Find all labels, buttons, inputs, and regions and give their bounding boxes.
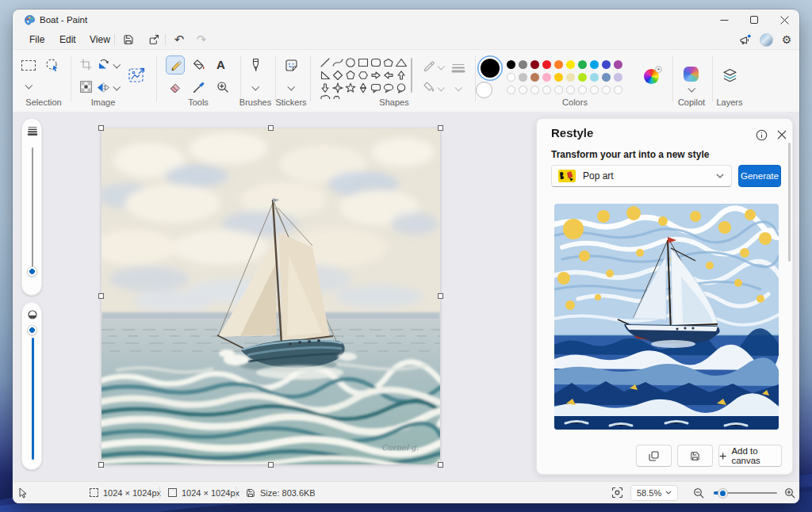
account-avatar[interactable]: [758, 32, 774, 47]
color-swatch[interactable]: [578, 86, 587, 94]
fit-to-screen-button[interactable]: [611, 482, 623, 503]
shape-outline-icon[interactable]: [423, 59, 435, 71]
color-swatch[interactable]: [614, 86, 622, 94]
menu-view[interactable]: View: [82, 32, 117, 48]
generate-button[interactable]: Generate: [738, 165, 781, 187]
rotate-dropdown-chevron[interactable]: [113, 61, 121, 68]
save-icon[interactable]: [121, 32, 136, 47]
color-swatch[interactable]: [542, 73, 551, 82]
color-picker-tool-icon[interactable]: [193, 81, 205, 94]
resize-handle-n[interactable]: [268, 125, 274, 131]
size-slider-thumb[interactable]: [27, 266, 37, 277]
panel-scrollbar[interactable]: [788, 143, 791, 262]
color-swatch[interactable]: [602, 86, 611, 94]
color-swatch[interactable]: [566, 60, 575, 69]
resize-handle-e[interactable]: [438, 293, 443, 299]
undo-icon[interactable]: ↶: [171, 32, 187, 47]
shape-fill-chevron[interactable]: [438, 84, 445, 91]
text-tool-icon[interactable]: A: [216, 58, 225, 71]
color-swatch[interactable]: [530, 73, 539, 82]
shape-outline-chevron[interactable]: [438, 63, 445, 70]
color-swatch[interactable]: [507, 86, 515, 94]
color-swatch[interactable]: [578, 60, 587, 69]
brush-size-slider[interactable]: [21, 118, 42, 296]
resize-handle-ne[interactable]: [438, 125, 443, 131]
background-color-swatch[interactable]: [476, 82, 492, 98]
color-swatch[interactable]: [590, 60, 599, 69]
shapes-grid[interactable]: [319, 56, 408, 99]
selection-dropdown-chevron[interactable]: [25, 82, 33, 89]
color-swatch[interactable]: [590, 73, 599, 82]
copy-result-button[interactable]: [636, 445, 672, 467]
brushes-dropdown-chevron[interactable]: [252, 83, 259, 90]
brushes-icon[interactable]: [249, 58, 262, 73]
canvas-painting[interactable]: Cornel g.: [102, 128, 440, 464]
color-swatch[interactable]: [519, 73, 527, 82]
resize-image-icon[interactable]: [128, 67, 146, 84]
redo-icon[interactable]: ↷: [193, 32, 209, 47]
color-swatch[interactable]: [566, 73, 575, 82]
color-swatch[interactable]: [602, 60, 611, 69]
free-form-select-icon[interactable]: [45, 58, 59, 72]
zoom-in-button[interactable]: [784, 482, 795, 503]
color-swatch[interactable]: [507, 60, 515, 69]
eraser-tool-icon[interactable]: [169, 81, 182, 94]
style-dropdown[interactable]: Pop art: [551, 165, 732, 187]
zoom-out-button[interactable]: [693, 482, 704, 503]
color-swatch[interactable]: [507, 73, 515, 82]
add-to-canvas-button[interactable]: Add to canvas: [718, 445, 782, 467]
close-panel-icon[interactable]: [774, 127, 790, 143]
resize-handle-w[interactable]: [98, 293, 104, 299]
fill-tool-icon[interactable]: [193, 59, 205, 71]
menu-edit[interactable]: Edit: [52, 32, 83, 48]
layers-icon[interactable]: [722, 67, 738, 84]
zoom-slider-thumb[interactable]: [718, 489, 727, 498]
close-button[interactable]: [769, 10, 799, 30]
flip-dropdown-chevron[interactable]: [113, 83, 121, 90]
color-swatch[interactable]: [554, 86, 563, 94]
color-swatch[interactable]: [519, 60, 527, 69]
opacity-slider-thumb[interactable]: [27, 325, 37, 335]
opacity-slider-track[interactable]: [32, 338, 34, 460]
magnifier-tool-icon[interactable]: [216, 81, 229, 94]
rectangle-select-icon[interactable]: [21, 60, 36, 71]
pencil-tool-icon[interactable]: [169, 59, 182, 71]
settings-gear-icon[interactable]: ⚙: [779, 32, 795, 47]
shape-fill-icon[interactable]: [423, 81, 435, 93]
resize-handle-s[interactable]: [268, 462, 274, 468]
maximize-button[interactable]: [739, 10, 769, 30]
line-weight-chevron[interactable]: [455, 84, 462, 91]
stickers-dropdown-chevron[interactable]: [288, 83, 295, 90]
size-slider-track[interactable]: [32, 147, 34, 273]
rotate-icon[interactable]: [97, 58, 110, 71]
color-swatch[interactable]: [590, 86, 599, 94]
menu-file[interactable]: File: [22, 32, 52, 48]
color-swatch[interactable]: [566, 86, 575, 94]
color-swatch[interactable]: [542, 60, 551, 69]
share-icon[interactable]: [146, 32, 162, 47]
zoom-level-dropdown[interactable]: 58.5%: [630, 485, 678, 501]
color-swatch[interactable]: [578, 73, 587, 82]
resize-handle-sw[interactable]: [98, 462, 104, 468]
info-icon[interactable]: [753, 127, 769, 143]
announcements-icon[interactable]: [737, 32, 753, 47]
shapes-scrollbar[interactable]: [411, 58, 412, 93]
line-weight-icon[interactable]: [451, 63, 465, 74]
flip-icon[interactable]: [97, 81, 110, 94]
copilot-icon[interactable]: [684, 67, 699, 82]
color-swatch[interactable]: [554, 60, 563, 69]
remove-background-icon[interactable]: [80, 81, 92, 93]
color-swatch[interactable]: [530, 86, 539, 94]
foreground-color-swatch[interactable]: [481, 59, 500, 78]
crop-icon[interactable]: [80, 59, 92, 71]
opacity-slider[interactable]: [21, 302, 42, 470]
color-swatch[interactable]: [614, 73, 622, 82]
color-swatch[interactable]: [519, 86, 527, 94]
save-result-button[interactable]: [677, 445, 713, 467]
copilot-dropdown-chevron[interactable]: [688, 85, 695, 92]
color-swatch[interactable]: [542, 86, 551, 94]
color-swatch[interactable]: [554, 73, 563, 82]
stickers-icon[interactable]: [285, 59, 298, 72]
color-swatch[interactable]: [530, 60, 539, 69]
resize-handle-nw[interactable]: [98, 125, 104, 131]
